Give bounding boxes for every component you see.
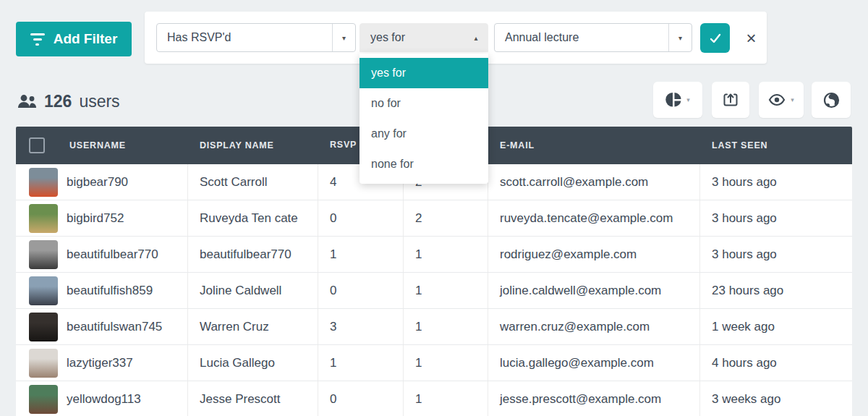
email-cell: scott.carroll@example.com <box>500 175 648 190</box>
chevron-up-icon: ▴ <box>464 24 488 51</box>
table-row[interactable]: beautifulswan745 Warren Cruz 3 1 warren.… <box>16 309 852 345</box>
check-icon <box>708 31 723 46</box>
dropdown-option[interactable]: none for <box>359 149 488 179</box>
display-name-cell: Joline Caldwell <box>200 284 281 298</box>
user-count: 126 <box>44 92 72 111</box>
export-button[interactable] <box>712 82 749 118</box>
username-cell: yellowdog113 <box>67 392 141 407</box>
last-seen-cell: 3 weeks ago <box>712 392 780 407</box>
avatar <box>29 313 58 341</box>
filter-operator-select[interactable]: yes for ▴ <box>359 23 488 52</box>
column-header-email: E-MAIL <box>500 140 535 150</box>
filter-condition-value: Has RSVP'd <box>157 31 332 44</box>
user-count-summary: 126 users <box>17 90 120 113</box>
email-cell: warren.cruz@example.com <box>500 320 650 334</box>
globe-icon <box>823 92 840 109</box>
display-name-cell: Scott Carroll <box>200 175 268 190</box>
avatar <box>29 385 58 414</box>
last-seen-cell: 4 hours ago <box>712 356 777 370</box>
filter-condition-select[interactable]: Has RSVP'd ▾ <box>156 23 356 52</box>
display-name-cell: Jesse Prescott <box>200 392 281 407</box>
rsvp-count-cell: 1 <box>415 247 422 262</box>
last-seen-cell: 23 hours ago <box>712 284 783 298</box>
visibility-button[interactable]: ▾ <box>759 82 804 118</box>
apply-filter-button[interactable] <box>700 23 730 53</box>
email-cell: joline.caldwell@example.com <box>500 284 661 298</box>
display-name-cell: beautifulbear770 <box>200 247 292 262</box>
globe-button[interactable] <box>812 82 851 118</box>
avatar <box>29 204 58 233</box>
remove-filter-button[interactable]: × <box>736 23 766 53</box>
column-header-last-seen: LAST SEEN <box>712 140 767 150</box>
add-filter-label: Add Filter <box>54 31 118 47</box>
rsvp-count-cell: 1 <box>415 320 422 334</box>
column-header-display-name: DISPLAY NAME <box>200 140 274 150</box>
rsvp-count-cell: 1 <box>415 392 422 407</box>
dropdown-option[interactable]: any for <box>359 119 488 149</box>
rsvp-yes-cell: 1 <box>330 247 336 262</box>
rsvp-yes-cell: 0 <box>330 392 336 407</box>
last-seen-cell: 3 hours ago <box>712 247 777 262</box>
rsvp-yes-cell: 1 <box>330 356 336 370</box>
chevron-down-icon: ▾ <box>791 96 794 103</box>
export-icon <box>723 92 739 108</box>
email-cell: rodriguez@example.com <box>500 247 637 262</box>
select-all-checkbox[interactable] <box>29 137 45 153</box>
rsvp-count-cell: 1 <box>415 284 422 298</box>
dropdown-option[interactable]: no for <box>359 88 488 119</box>
pie-chart-icon <box>665 92 681 108</box>
rsvp-yes-cell: 0 <box>330 211 336 226</box>
avatar <box>29 240 58 269</box>
rsvp-yes-cell: 3 <box>330 320 336 334</box>
last-seen-cell: 3 hours ago <box>712 175 777 190</box>
chart-view-button[interactable]: ▾ <box>653 82 702 118</box>
display-name-cell: Ruveyda Ten cate <box>200 211 298 226</box>
avatar <box>29 276 58 305</box>
rsvp-count-cell: 2 <box>415 211 422 226</box>
rsvp-yes-cell: 4 <box>330 175 336 190</box>
operator-dropdown-menu: yes forno forany fornone for <box>359 54 488 184</box>
users-icon <box>17 94 37 109</box>
rsvp-count-cell: 1 <box>415 356 422 370</box>
email-cell: ruveyda.tencate@example.com <box>500 211 673 226</box>
rsvp-yes-cell: 0 <box>330 284 336 298</box>
add-filter-button[interactable]: Add Filter <box>16 22 132 56</box>
avatar <box>29 168 58 197</box>
chevron-down-icon: ▾ <box>332 24 355 51</box>
table-body: bigbear790 Scott Carroll 4 2 scott.carro… <box>16 164 852 416</box>
dropdown-option[interactable]: yes for <box>359 58 488 88</box>
close-icon: × <box>746 28 756 48</box>
table-row[interactable]: bigbird752 Ruveyda Ten cate 0 2 ruveyda.… <box>16 200 852 237</box>
avatar <box>29 349 58 378</box>
username-cell: bigbird752 <box>67 211 124 226</box>
column-header-username: USERNAME <box>69 140 126 150</box>
filter-operator-value: yes for <box>360 31 464 44</box>
table-row[interactable]: beautifulfish859 Joline Caldwell 0 1 jol… <box>16 273 852 309</box>
email-cell: lucia.gallego@example.com <box>500 356 654 370</box>
table-row[interactable]: beautifulbear770 beautifulbear770 1 1 ro… <box>16 237 852 273</box>
username-cell: beautifulswan745 <box>67 320 162 334</box>
username-cell: bigbear790 <box>67 175 128 190</box>
display-name-cell: Lucia Gallego <box>200 356 275 370</box>
display-name-cell: Warren Cruz <box>200 320 269 334</box>
table-row[interactable]: yellowdog113 Jesse Prescott 0 1 jesse.pr… <box>16 381 852 416</box>
chevron-down-icon: ▾ <box>686 96 690 103</box>
filter-value-value: Annual lecture <box>495 31 668 44</box>
user-count-label: users <box>79 92 119 111</box>
last-seen-cell: 3 hours ago <box>712 211 777 226</box>
table-row[interactable]: lazytiger337 Lucia Gallego 1 1 lucia.gal… <box>16 345 852 381</box>
eye-icon <box>768 93 786 106</box>
username-cell: beautifulfish859 <box>67 284 153 298</box>
chevron-down-icon: ▾ <box>668 24 692 51</box>
username-cell: beautifulbear770 <box>67 247 158 262</box>
email-cell: jesse.prescott@example.com <box>500 392 661 407</box>
last-seen-cell: 1 week ago <box>712 320 775 334</box>
filter-value-select[interactable]: Annual lecture ▾ <box>494 23 692 52</box>
filter-icon <box>30 33 45 46</box>
username-cell: lazytiger337 <box>67 356 133 370</box>
